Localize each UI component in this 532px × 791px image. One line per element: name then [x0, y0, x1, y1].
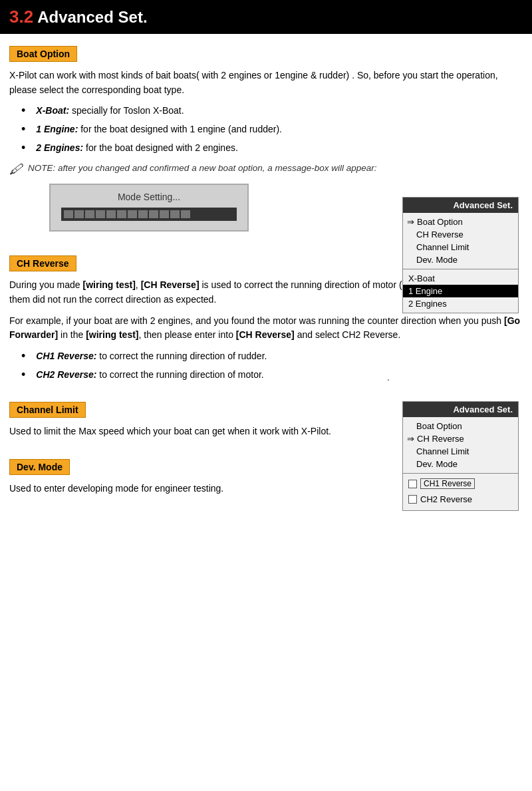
panel1-menu-item-boat-option: ⇒ Boat Option: [403, 216, 518, 228]
ch2-reverse-checkbox[interactable]: [408, 495, 417, 504]
panel2-menu-label: CH Reverse: [417, 434, 464, 444]
panel2-menu: Boat Option ⇒ CH Reverse Channel Limit D…: [403, 417, 518, 474]
panel2-menu-label: Channel Limit: [416, 446, 469, 456]
list-item: X-Boat: specially for Toslon X-Boat.: [21, 104, 523, 118]
panel1-menu-item-channel-limit: Channel Limit: [403, 241, 518, 253]
panel1-menu: ⇒ Boat Option CH Reverse Channel Limit D…: [403, 213, 518, 269]
advanced-set-panel-2: Advanced Set. Boat Option ⇒ CH Reverse C…: [402, 401, 519, 511]
boat-option-badge: Boat Option: [9, 46, 77, 62]
progress-tick: [170, 210, 180, 218]
progress-tick: [85, 210, 94, 218]
page-header: 3.2 Advanced Set.: [0, 0, 532, 34]
panel1-menu-label: Channel Limit: [416, 242, 469, 252]
main-content: Boat Option X-Pilot can work with most k…: [0, 34, 532, 518]
panel1-option-1engine: 1 Engine: [403, 285, 518, 297]
mode-progress-bar: [61, 208, 237, 221]
ch-reverse-list: CH1 Reverse: to correct the running dire…: [21, 349, 523, 382]
mode-setting-box: Mode Setting...: [49, 184, 249, 232]
panel2-options: CH1 Reverse CH2 Reverse: [403, 474, 518, 510]
panel1-option-2engines: 2 Engines: [403, 297, 518, 310]
ch-reverse-badge: CH Reverse: [9, 255, 76, 271]
mode-setting-label: Mode Setting...: [61, 192, 237, 202]
note-block: 🖊 NOTE: after you changed and confirmed …: [9, 163, 523, 177]
progress-tick: [96, 210, 105, 218]
panel2-arrow-icon: ⇒: [407, 434, 414, 444]
ch-reverse-para2: For example, if your boat are with 2 eng…: [9, 314, 523, 343]
panel1-options: X-Boat 1 Engine 2 Engines: [403, 269, 518, 313]
panel2-header: Advanced Set.: [403, 402, 518, 417]
list-item: 1 Engine: for the boat designed with 1 e…: [21, 122, 523, 137]
panel2-ch1-row: CH1 Reverse: [403, 476, 518, 491]
advanced-set-panel-1: Advanced Set. ⇒ Boat Option CH Reverse C…: [402, 197, 519, 313]
ch1-reverse-label: CH1 Reverse: [420, 478, 475, 489]
progress-tick: [106, 210, 116, 218]
panel1-menu-label: Boat Option: [417, 217, 463, 227]
ch2-reverse-label: CH2 Reverse: [420, 494, 472, 504]
panel1-header: Advanced Set.: [403, 198, 518, 213]
progress-tick: [181, 210, 190, 218]
list-item: 2 Engines: for the boat designed with 2 …: [21, 141, 523, 156]
list-item: CH2 Reverse: to correct the running dire…: [21, 368, 523, 383]
dev-mode-badge: Dev. Mode: [9, 459, 70, 475]
progress-tick: [128, 210, 137, 218]
section-title: Advanced Set.: [37, 8, 147, 27]
boat-option-intro: X-Pilot can work with most kinds of bait…: [9, 69, 523, 97]
progress-tick: [74, 210, 84, 218]
ch1-reverse-checkbox[interactable]: [408, 480, 417, 488]
note-text: NOTE: after you changed and confirmed a …: [28, 163, 377, 173]
panel2-menu-item-boat-option: Boat Option: [403, 420, 518, 432]
panel2-ch2-row: CH2 Reverse: [403, 492, 518, 506]
panel1-option-xboat: X-Boat: [403, 272, 518, 285]
panel2-menu-item-dev-mode: Dev. Mode: [403, 458, 518, 470]
panel1-menu-label: CH Reverse: [416, 230, 464, 239]
boat-option-list: X-Boat: specially for Toslon X-Boat. 1 E…: [21, 104, 523, 155]
progress-tick: [160, 210, 169, 218]
progress-tick: [149, 210, 158, 218]
panel1-arrow-icon: ⇒: [407, 217, 414, 227]
list-item: CH1 Reverse: to correct the running dire…: [21, 349, 523, 364]
panel2-menu-item-channel-limit: Channel Limit: [403, 445, 518, 458]
panel2-menu-label: Dev. Mode: [416, 459, 458, 469]
progress-tick: [64, 210, 73, 218]
panel2-menu-item-ch-reverse: ⇒ CH Reverse: [403, 432, 518, 445]
channel-limit-badge: Channel Limit: [9, 402, 86, 418]
section-number: 3.2: [9, 7, 33, 27]
panel2-menu-label: Boat Option: [416, 421, 462, 431]
panel1-menu-label: Dev. Mode: [416, 255, 458, 265]
progress-tick: [117, 210, 126, 218]
panel1-menu-item-dev-mode: Dev. Mode: [403, 253, 518, 266]
panel1-menu-item-ch-reverse: CH Reverse: [403, 228, 518, 241]
progress-tick: [138, 210, 148, 218]
note-icon: 🖊: [9, 162, 23, 177]
